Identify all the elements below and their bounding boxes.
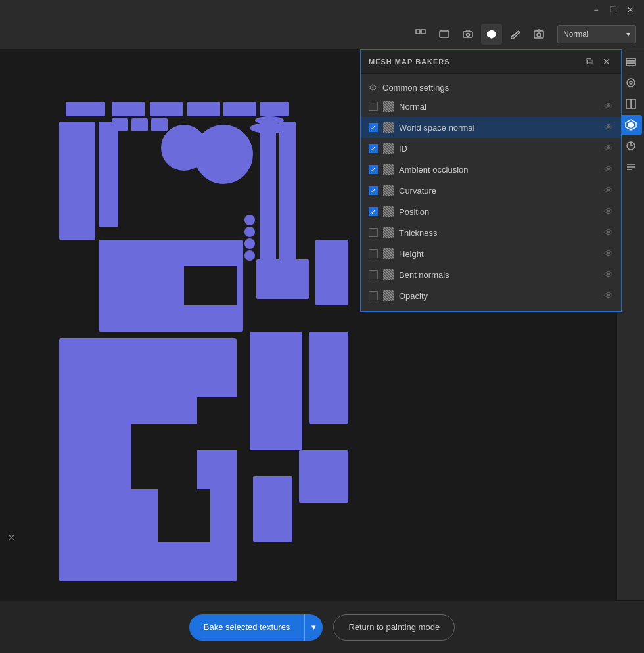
svg-point-9 <box>537 33 541 37</box>
sidebar-icon-history[interactable] <box>620 136 642 156</box>
baker-checkbox-thickness[interactable] <box>369 228 378 237</box>
topology-button[interactable] <box>410 24 431 45</box>
svg-rect-13 <box>150 102 183 116</box>
photo-button[interactable] <box>528 24 549 45</box>
svg-rect-31 <box>260 122 276 279</box>
sidebar-icon-info[interactable] <box>620 157 642 177</box>
baker-row-curvature[interactable]: Curvature 👁 <box>361 180 621 201</box>
baker-row-thickness[interactable]: Thickness 👁 <box>361 222 621 243</box>
sidebar-icon-bake[interactable] <box>620 115 642 135</box>
bake-dropdown-arrow-button[interactable]: ▾ <box>304 614 323 641</box>
bake-selected-button[interactable]: Bake selected textures <box>189 614 305 641</box>
baker-eye-curvature[interactable]: 👁 <box>604 185 613 196</box>
pen-button[interactable] <box>505 24 526 45</box>
svg-rect-25 <box>131 118 148 131</box>
baker-checkbox-bent-normals[interactable] <box>369 270 378 279</box>
baker-row-bent-normals[interactable]: Bent normals 👁 <box>361 264 621 285</box>
baker-row-opacity[interactable]: Opacity 👁 <box>361 285 621 306</box>
baker-checkbox-normal[interactable] <box>369 102 378 111</box>
dialog-content: ⚙ Common settings Normal 👁 World space n… <box>361 74 621 311</box>
camera-button[interactable] <box>457 24 478 45</box>
baker-label-opacity: Opacity <box>399 291 604 301</box>
baker-row-height[interactable]: Height 👁 <box>361 243 621 264</box>
sidebar-icon-layers2[interactable] <box>620 94 642 114</box>
baker-eye-thickness[interactable]: 👁 <box>604 227 613 238</box>
baker-eye-opacity[interactable]: 👁 <box>604 290 613 301</box>
baker-eye-ambient-occlusion[interactable]: 👁 <box>604 164 613 175</box>
dialog-header: MESH MAP BAKERS ⧉ ✕ <box>361 50 621 74</box>
svg-rect-15 <box>223 102 256 116</box>
svg-rect-32 <box>279 122 296 279</box>
baker-label-ambient-occlusion: Ambient occlusion <box>399 165 604 175</box>
baker-checkbox-ambient-occlusion[interactable] <box>369 165 378 174</box>
svg-rect-26 <box>151 118 168 131</box>
baker-row-world-space-normal[interactable]: World space normal 👁 <box>361 117 621 138</box>
svg-rect-38 <box>131 424 197 489</box>
normal-dropdown-label: Normal <box>563 30 589 39</box>
baker-label-thickness: Thickness <box>399 228 604 238</box>
svg-rect-0 <box>416 30 420 34</box>
baker-checkbox-world-space-normal[interactable] <box>369 123 378 132</box>
baker-row-normal[interactable]: Normal 👁 <box>361 96 621 117</box>
baker-checkbox-curvature[interactable] <box>369 186 378 195</box>
svg-point-52 <box>627 79 635 87</box>
svg-rect-24 <box>112 118 128 131</box>
settings-gear-icon: ⚙ <box>369 82 377 93</box>
svg-rect-17 <box>59 122 95 240</box>
svg-rect-49 <box>626 58 635 60</box>
dialog-maximize-button[interactable]: ⧉ <box>583 55 596 68</box>
baker-label-position: Position <box>399 207 604 217</box>
baker-checkbox-opacity[interactable] <box>369 291 378 300</box>
bake-toolbar-button[interactable] <box>481 24 502 45</box>
normal-dropdown[interactable]: Normal ▾ <box>557 25 636 43</box>
svg-rect-50 <box>626 61 635 63</box>
svg-rect-35 <box>256 259 309 299</box>
mesh-map-bakers-dialog: MESH MAP BAKERS ⧉ ✕ ⚙ Common settings No… <box>360 49 622 312</box>
svg-rect-40 <box>158 489 210 542</box>
baker-preview-position <box>383 206 394 217</box>
dropdown-arrow-icon: ▾ <box>626 30 630 39</box>
baker-label-bent-normals: Bent normals <box>399 270 604 280</box>
dialog-close-button[interactable]: ✕ <box>600 55 613 68</box>
dialog-title: MESH MAP BAKERS <box>369 58 450 66</box>
common-settings-row[interactable]: ⚙ Common settings <box>361 79 621 96</box>
svg-rect-44 <box>299 450 348 503</box>
svg-point-27 <box>244 215 255 225</box>
mesh-button[interactable] <box>434 24 455 45</box>
svg-rect-14 <box>187 102 220 116</box>
svg-rect-36 <box>315 240 348 305</box>
baker-checkbox-height[interactable] <box>369 249 378 258</box>
svg-point-28 <box>244 227 255 237</box>
uv-mesh-canvas: X Y <box>53 82 355 600</box>
svg-point-23 <box>194 125 253 184</box>
sidebar-icon-layers[interactable] <box>620 52 642 72</box>
top-toolbar: Normal ▾ <box>0 20 644 49</box>
sidebar-icon-properties[interactable] <box>620 73 642 93</box>
close-button[interactable]: ✕ <box>622 1 639 18</box>
baker-row-id[interactable]: ID 👁 <box>361 138 621 159</box>
svg-point-30 <box>244 250 255 261</box>
baker-preview-bent-normals <box>383 269 394 280</box>
baker-row-position[interactable]: Position 👁 <box>361 201 621 222</box>
svg-rect-54 <box>626 99 631 108</box>
baker-eye-bent-normals[interactable]: 👁 <box>604 269 613 280</box>
baker-preview-thickness <box>383 227 394 238</box>
svg-rect-55 <box>632 99 635 108</box>
return-to-painting-button[interactable]: Return to painting mode <box>333 614 455 641</box>
svg-point-20 <box>260 110 279 117</box>
restore-button[interactable]: ❐ <box>605 1 622 18</box>
baker-label-id: ID <box>399 144 604 154</box>
baker-eye-position[interactable]: 👁 <box>604 206 613 217</box>
svg-rect-39 <box>197 397 237 450</box>
minimize-button[interactable]: − <box>587 1 605 18</box>
baker-checkbox-id[interactable] <box>369 144 378 153</box>
baker-eye-normal[interactable]: 👁 <box>604 101 613 112</box>
baker-preview-opacity <box>383 290 394 301</box>
baker-eye-id[interactable]: 👁 <box>604 143 613 154</box>
svg-marker-57 <box>628 122 634 128</box>
baker-checkbox-position[interactable] <box>369 207 378 216</box>
baker-label-curvature: Curvature <box>399 186 604 196</box>
baker-row-ambient-occlusion[interactable]: Ambient occlusion 👁 <box>361 159 621 180</box>
baker-eye-height[interactable]: 👁 <box>604 248 613 259</box>
baker-eye-world-space-normal[interactable]: 👁 <box>604 122 613 133</box>
